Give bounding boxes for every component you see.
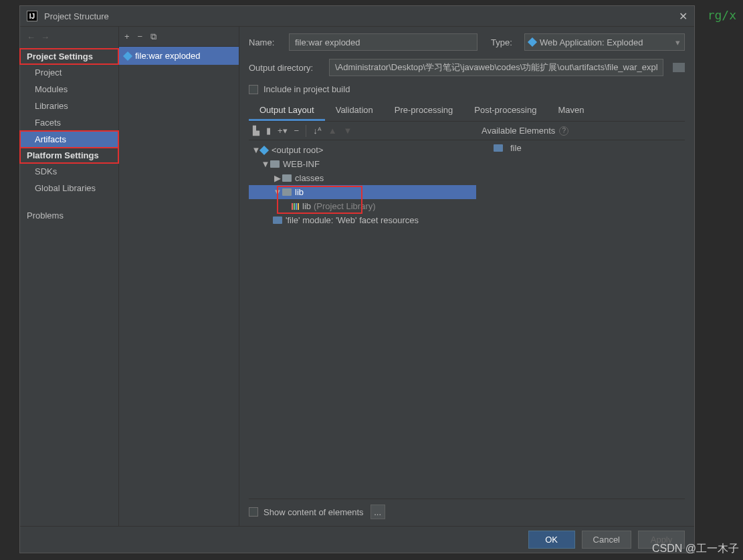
tree-lib-label: lib: [295, 187, 304, 197]
tree-add-icon[interactable]: +▾: [278, 126, 288, 136]
apply-button[interactable]: Apply: [638, 531, 685, 549]
tree-remove-icon[interactable]: −: [294, 126, 300, 136]
section-platform-settings: Platform Settings: [20, 148, 118, 163]
module-icon: [494, 144, 503, 152]
sidebar-item-problems[interactable]: Problems: [20, 207, 118, 224]
type-icon: [528, 37, 537, 47]
artifact-item-label: file:war exploded: [135, 51, 201, 61]
tab-preprocessing[interactable]: Pre-processing: [384, 101, 463, 121]
show-content-options-button[interactable]: ...: [370, 505, 385, 519]
sidebar-item-sdks[interactable]: SDKs: [20, 163, 118, 180]
output-tree[interactable]: ▼ <output root> ▼ WEB-INF ▶ class: [249, 140, 476, 499]
copy-icon[interactable]: ⧉: [150, 31, 156, 42]
tree-webinf-label: WEB-INF: [283, 159, 320, 169]
tree-classes-label: classes: [295, 173, 324, 183]
folder-icon: [282, 188, 292, 196]
main-panel: Name: Type: Web Application: Exploded ▾ …: [239, 27, 694, 526]
tree-lib-entry-suffix: (Project Library): [314, 201, 375, 211]
web-facet-icon: [273, 217, 282, 224]
window-title: Project Structure: [44, 11, 109, 21]
type-combo[interactable]: Web Application: Exploded ▾: [524, 33, 685, 51]
titlebar: IJ Project Structure ✕: [20, 6, 694, 26]
sidebar-item-libraries[interactable]: Libraries: [20, 98, 118, 114]
type-value: Web Application: Exploded: [540, 37, 643, 47]
available-elements-label: Available Elements: [482, 126, 555, 136]
chevron-down-icon: ▾: [675, 37, 680, 47]
available-item[interactable]: file: [476, 140, 685, 156]
show-content-label: Show content of elements: [263, 507, 364, 517]
move-down-icon: ▼: [344, 126, 352, 136]
folder-icon: [270, 160, 280, 168]
background-editor-text: rg/x: [708, 8, 736, 22]
section-project-settings: Project Settings: [20, 49, 118, 64]
expand-icon[interactable]: ▼: [273, 187, 282, 197]
project-structure-dialog: IJ Project Structure ✕ ← → Project Setti…: [19, 5, 695, 553]
artifact-type-icon: [123, 51, 132, 60]
artifact-item[interactable]: file:war exploded: [119, 47, 239, 65]
include-build-label: Include in project build: [263, 84, 350, 94]
show-content-checkbox[interactable]: [249, 507, 258, 517]
output-tree-panel: ▙ ▮ +▾ − ↓ᴬ ▲ ▼ ▼ <output root>: [249, 122, 476, 499]
tree-root-label: <output root>: [272, 145, 323, 155]
ok-button[interactable]: OK: [528, 531, 575, 549]
sidebar-item-modules[interactable]: Modules: [20, 81, 118, 98]
dialog-footer: OK Cancel Apply: [20, 526, 694, 553]
library-icon: [292, 203, 299, 210]
new-folder-icon[interactable]: ▙: [253, 126, 259, 136]
app-icon: IJ: [27, 11, 37, 21]
sidebar: ← → Project Settings Project Modules Lib…: [20, 27, 119, 526]
available-elements-panel: Available Elements ? file: [476, 122, 685, 499]
close-icon[interactable]: ✕: [679, 10, 687, 23]
tab-output-layout[interactable]: Output Layout: [249, 101, 325, 121]
remove-icon[interactable]: −: [138, 31, 143, 41]
sidebar-item-artifacts[interactable]: Artifacts: [20, 131, 118, 148]
new-file-icon[interactable]: ▮: [266, 126, 271, 136]
sidebar-item-global-libraries[interactable]: Global Libraries: [20, 180, 118, 196]
tree-lib-entry-label: lib: [302, 201, 311, 211]
sidebar-item-facets[interactable]: Facets: [20, 114, 118, 131]
add-icon[interactable]: +: [124, 31, 130, 41]
name-label: Name:: [249, 37, 282, 47]
help-icon[interactable]: ?: [559, 126, 568, 136]
expand-icon[interactable]: ▶: [273, 173, 282, 183]
include-build-checkbox[interactable]: [249, 85, 258, 94]
sort-icon[interactable]: ↓ᴬ: [313, 126, 322, 136]
name-input[interactable]: [289, 33, 477, 51]
tab-postprocessing[interactable]: Post-processing: [463, 101, 547, 121]
browse-folder-icon[interactable]: [673, 63, 685, 72]
nav-forward-icon[interactable]: →: [41, 32, 49, 42]
expand-icon[interactable]: ▼: [261, 159, 270, 169]
outdir-label: Output directory:: [249, 63, 322, 73]
tree-facet-label: 'file' module: 'Web' facet resources: [286, 215, 419, 225]
cancel-button[interactable]: Cancel: [582, 531, 631, 549]
root-icon: [259, 145, 269, 154]
tabs: Output Layout Validation Pre-processing …: [249, 101, 685, 122]
outdir-input[interactable]: [329, 59, 663, 76]
available-item-label: file: [510, 143, 522, 153]
sidebar-item-project[interactable]: Project: [20, 64, 118, 81]
artifact-list-panel: + − ⧉ file:war exploded: [119, 27, 239, 526]
move-up-icon: ▲: [328, 126, 337, 136]
folder-icon: [282, 174, 292, 182]
type-label: Type:: [491, 37, 518, 47]
tab-validation[interactable]: Validation: [325, 101, 384, 121]
nav-back-icon[interactable]: ←: [27, 32, 35, 42]
tab-maven[interactable]: Maven: [547, 101, 595, 121]
